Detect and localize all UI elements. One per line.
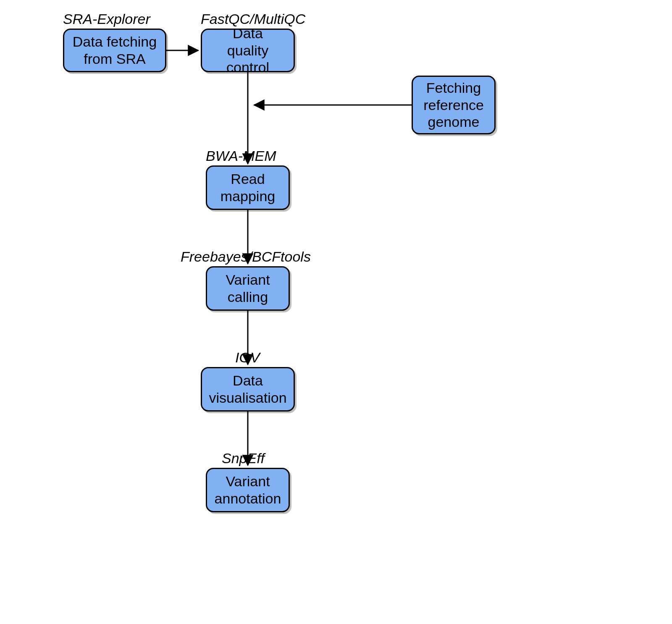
- node-data-vis: Data visualisation: [201, 367, 295, 412]
- edges-layer: [0, 0, 672, 624]
- node-read-mapping: Read mapping: [206, 165, 290, 210]
- diagram-canvas: SRA-Explorer Data fetching from SRA Fast…: [0, 0, 672, 624]
- node-read-mapping-label: Read mapping: [220, 170, 275, 205]
- node-variant-annot-label: Variant annotation: [215, 473, 281, 507]
- node-ref-genome: Fetching reference genome: [412, 76, 496, 134]
- node-sra-fetch-label: Data fetching from SRA: [73, 33, 157, 68]
- node-variant-annot: Variant annotation: [206, 468, 290, 512]
- node-qc-label: Data quality control: [206, 25, 289, 76]
- tool-label-vis: IGV: [235, 349, 260, 366]
- tool-label-mapping: BWA-MEM: [206, 148, 276, 164]
- node-variant-calling: Variant calling: [206, 266, 290, 311]
- node-data-vis-label: Data visualisation: [209, 372, 286, 406]
- tool-label-sra: SRA-Explorer: [63, 11, 150, 27]
- tool-label-calling: Freebayes/BCFtools: [181, 249, 311, 265]
- tool-label-annot: SnpEff: [222, 450, 265, 467]
- node-sra-fetch: Data fetching from SRA: [63, 29, 166, 72]
- node-ref-genome-label: Fetching reference genome: [423, 79, 484, 131]
- node-variant-calling-label: Variant calling: [226, 271, 270, 306]
- node-qc: Data quality control: [201, 29, 295, 72]
